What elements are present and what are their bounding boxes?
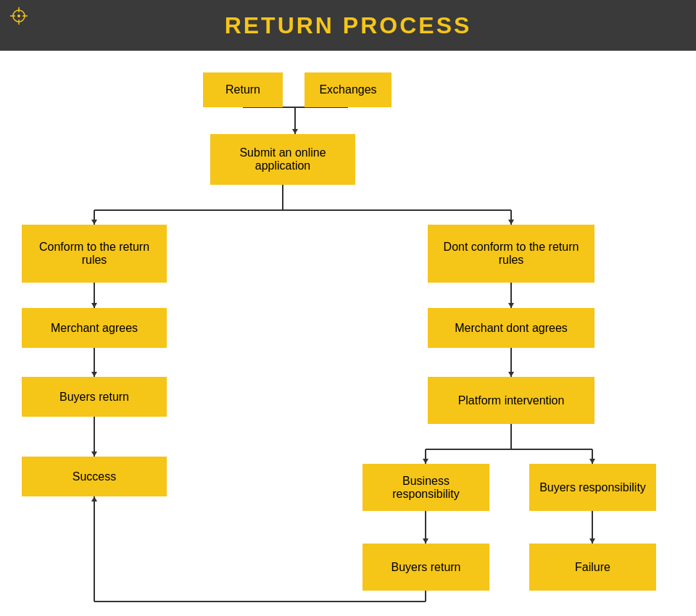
dontconform-box: Dont conform to the return rules	[428, 225, 594, 283]
buyers-responsibility-box: Buyers responsibility	[529, 464, 656, 511]
flowchart: Return Exchanges Submit an online applic…	[0, 51, 696, 616]
conform-box: Conform to the return rules	[22, 225, 167, 283]
svg-marker-28	[423, 459, 428, 464]
svg-marker-22	[508, 303, 514, 308]
svg-marker-34	[589, 538, 595, 544]
svg-marker-32	[423, 538, 428, 544]
buyers-return-left-box: Buyers return	[22, 377, 167, 417]
success-box: Success	[22, 457, 167, 496]
submit-box: Submit an online application	[210, 134, 355, 185]
svg-marker-38	[91, 496, 97, 501]
svg-marker-16	[91, 303, 97, 308]
failure-box: Failure	[529, 544, 656, 591]
page-title: RETURN PROCESS	[225, 12, 472, 39]
svg-marker-8	[292, 129, 298, 134]
svg-marker-12	[91, 220, 97, 225]
svg-point-5	[17, 14, 20, 17]
business-responsibility-box: Business responsibility	[362, 464, 489, 511]
svg-marker-30	[589, 459, 595, 464]
platform-box: Platform intervention	[428, 377, 594, 424]
return-box: Return	[203, 72, 283, 107]
svg-marker-24	[508, 372, 514, 377]
crosshair-icon	[10, 7, 28, 25]
buyers-return-right-box: Buyers return	[362, 544, 489, 591]
exchanges-box: Exchanges	[304, 72, 392, 107]
header: RETURN PROCESS	[0, 0, 696, 51]
merchant-dont-agrees-box: Merchant dont agrees	[428, 308, 594, 348]
svg-marker-20	[91, 451, 97, 457]
svg-marker-18	[91, 372, 97, 377]
svg-marker-14	[508, 220, 514, 225]
merchant-agrees-box: Merchant agrees	[22, 308, 167, 348]
